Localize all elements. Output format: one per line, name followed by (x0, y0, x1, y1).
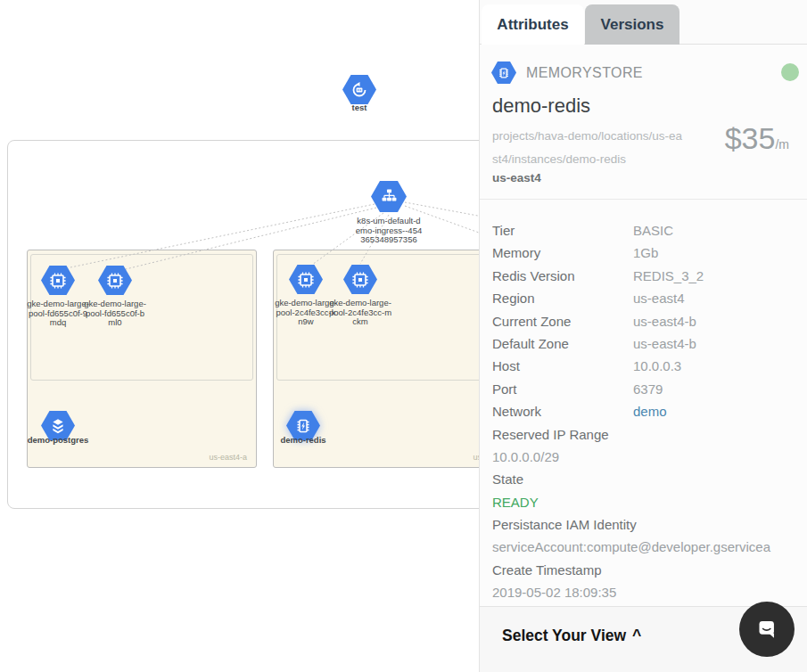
attribute-value: REDIS_3_2 (633, 265, 803, 287)
node-gke-2[interactable] (98, 266, 132, 295)
node-label: gke-demo-large-pool-2c4fe3cc-mckm (328, 299, 392, 327)
tab-attributes[interactable]: Attributes (482, 4, 584, 45)
attribute-label: Persistance IAM Identity (492, 513, 803, 536)
load-balancer-icon (371, 181, 407, 212)
attribute-label: Region (492, 287, 633, 309)
attribute-value: us-east4 (633, 287, 803, 309)
attribute-value: 2019-05-02 18:09:35 (492, 581, 803, 603)
attribute-value: 10.0.0.0/29 (492, 446, 803, 468)
attribute-row: Region us-east4 (492, 287, 803, 309)
compute-chip-icon (98, 266, 132, 295)
attribute-value: us-east4-b (633, 332, 803, 355)
dns-icon (342, 75, 376, 104)
attribute-label: Tier (492, 219, 633, 242)
compute-chip-icon (289, 265, 323, 294)
attribute-label: Port (492, 378, 633, 400)
node-label: gke-demo-large-pool-fd655c0f-bml0 (83, 299, 147, 328)
chat-launcher-button[interactable] (739, 602, 795, 657)
node-label: demo-postgres (13, 436, 103, 446)
attribute-row: Memory 1Gb (492, 242, 803, 264)
node-gke-1[interactable] (41, 266, 75, 295)
memorystore-icon (491, 61, 516, 84)
attribute-label: Default Zone (492, 332, 633, 355)
attribute-row: Current Zone us-east4-b (492, 310, 803, 332)
attribute-value: 1Gb (633, 242, 803, 264)
attribute-label: Current Zone (492, 310, 633, 332)
attribute-row: Network demo (492, 400, 803, 422)
attribute-row: Host 10.0.0.3 (492, 355, 803, 377)
node-gke-4[interactable] (343, 265, 377, 294)
price-unit: /m (775, 137, 789, 152)
attribute-label: Network (492, 400, 633, 422)
node-gke-3[interactable] (289, 265, 323, 294)
node-label: k8s-um-default-demo-ingress--45436534895… (355, 217, 423, 245)
attribute-value: BASIC (633, 219, 803, 242)
attribute-row: Default Zone us-east4-b (492, 332, 803, 355)
attribute-label: Create Timestamp (492, 559, 803, 581)
footer-label-text: Select Your View (502, 627, 626, 644)
chat-bubble-icon (752, 614, 782, 644)
resource-region: us-east4 (492, 171, 541, 184)
attribute-value: us-east4-b (633, 310, 803, 332)
attribute-label: Redis Version (492, 265, 633, 287)
zone-label: us-east4-a (209, 453, 247, 462)
attribute-label: State (492, 468, 803, 490)
chevron-up-icon: ^ (632, 627, 641, 644)
panel-tab-bar: Attributes Versions (480, 0, 807, 45)
node-label: gke-demo-large-pool-fd655c0f-9mdq (26, 299, 90, 328)
node-label: test (324, 103, 395, 113)
attribute-value: 10.0.0.3 (633, 355, 803, 377)
network-link[interactable]: demo (633, 400, 803, 422)
attributes-panel: Attributes Versions MEMORYSTORE demo-red… (479, 0, 807, 672)
node-label: demo-redis (259, 436, 348, 446)
attribute-row: Tier BASIC (492, 219, 803, 242)
attribute-row: Redis Version REDIS_3_2 (492, 265, 803, 287)
divider (480, 199, 807, 200)
node-test[interactable] (342, 75, 376, 104)
green-status-dot (781, 63, 799, 81)
compute-chip-icon (41, 266, 75, 295)
resource-name: demo-redis (492, 94, 590, 118)
attribute-value: 6379 (633, 378, 803, 400)
tab-versions[interactable]: Versions (585, 4, 679, 45)
resource-path-line: projects/hava-demo/locations/us-ea (492, 125, 682, 148)
resource-path: projects/hava-demo/locations/us-ea st4/i… (492, 125, 682, 171)
attribute-label: Host (492, 355, 633, 377)
monthly-price: $35/m (725, 121, 789, 156)
attribute-label: Reserved IP Range (492, 423, 803, 446)
attribute-label: Memory (492, 242, 633, 264)
attribute-row: Port 6379 (492, 378, 803, 400)
price-amount: $35 (725, 121, 776, 155)
resource-path-line: st4/instances/demo-redis (492, 148, 682, 171)
resource-type-label: MEMORYSTORE (526, 61, 643, 84)
compute-chip-icon (343, 265, 377, 294)
attribute-list: Tier BASIC Memory 1Gb Redis Version REDI… (492, 219, 803, 604)
attribute-value: serviceAccount:compute@developer.gservic… (492, 536, 803, 558)
state-ready-value: READY (492, 491, 803, 513)
node-k8s-ingress[interactable] (371, 181, 407, 212)
